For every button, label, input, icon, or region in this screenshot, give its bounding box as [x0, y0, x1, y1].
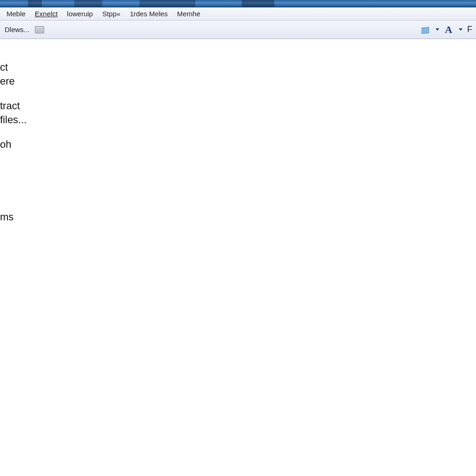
context-item[interactable]: oh	[0, 138, 26, 152]
context-item[interactable]: tract	[0, 99, 26, 113]
menu-item-5[interactable]: Memhe	[172, 9, 205, 19]
chevron-down-icon[interactable]	[459, 28, 463, 31]
window-titlebar	[0, 0, 476, 7]
content-area: ct ere tract files... oh ms	[0, 39, 476, 476]
menu-item-0[interactable]: Meble	[2, 9, 30, 19]
cutoff-label: F	[467, 25, 472, 34]
menu-item-4[interactable]: 1rdes Meles	[125, 9, 172, 19]
context-item[interactable]: ct	[0, 60, 26, 74]
context-menu-fragment: ct ere tract files... oh ms	[0, 60, 26, 224]
toolbar-views-label[interactable]: Dlews...	[3, 25, 31, 34]
context-item[interactable]: ms	[0, 210, 26, 224]
views-icon[interactable]	[35, 26, 44, 33]
chevron-down-icon[interactable]	[436, 28, 439, 31]
toolbar: Dlews... A F	[0, 20, 476, 39]
menu-item-1[interactable]: Exnelct	[30, 9, 62, 19]
font-a-icon[interactable]: A	[444, 25, 453, 35]
package-icon[interactable]	[421, 26, 430, 33]
menu-bar: Meble Exnelct loweruip Stpp« 1rdes Meles…	[0, 7, 476, 20]
menu-item-3[interactable]: Stpp«	[98, 9, 125, 19]
menu-item-2[interactable]: loweruip	[62, 9, 98, 19]
context-item[interactable]: files...	[0, 113, 26, 127]
context-item[interactable]: ere	[0, 74, 26, 88]
